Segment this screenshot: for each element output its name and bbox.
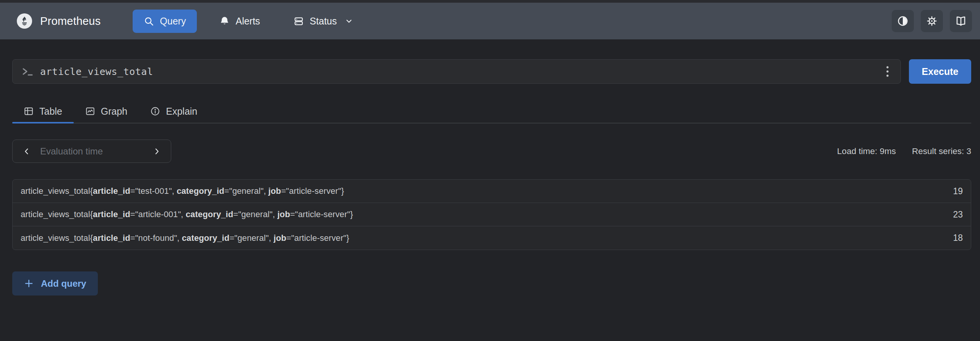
- expression-input[interactable]: article_views_total: [12, 59, 901, 84]
- load-time-text: Load time: 9ms: [837, 146, 896, 156]
- chevron-right-icon[interactable]: [151, 146, 162, 157]
- results-table: article_views_total{article_id="test-001…: [12, 179, 971, 250]
- chevron-down-icon: [345, 17, 353, 25]
- prometheus-logo-icon: [17, 13, 32, 29]
- query-page: article_views_total Execute Table: [0, 59, 980, 296]
- sample-value: 19: [938, 186, 963, 196]
- kebab-menu-icon[interactable]: [883, 63, 892, 80]
- gear-icon: [926, 15, 938, 27]
- evaluation-time-placeholder: Evaluation time: [40, 146, 103, 157]
- sample-value: 23: [938, 209, 963, 220]
- navbar-actions: [892, 10, 972, 32]
- nav-item-status[interactable]: Status: [282, 10, 364, 33]
- table-toolbar: Evaluation time Load time: 9ms Result se…: [12, 140, 971, 163]
- contrast-icon: [897, 15, 909, 27]
- app-title: Prometheus: [40, 15, 101, 28]
- result-tabs: Table Graph Explain: [12, 105, 971, 123]
- chevron-left-icon[interactable]: [21, 146, 32, 157]
- theme-toggle-button[interactable]: [892, 10, 914, 32]
- execute-button[interactable]: Execute: [909, 59, 971, 84]
- tab-graph[interactable]: Graph: [74, 105, 139, 123]
- graph-icon: [85, 106, 95, 116]
- bell-icon: [219, 16, 230, 26]
- nav-item-query[interactable]: Query: [133, 10, 197, 33]
- settings-button[interactable]: [921, 10, 943, 32]
- sample-value: 18: [938, 233, 963, 243]
- server-icon: [294, 16, 304, 26]
- series-selector: article_views_total{article_id="not-foun…: [21, 233, 349, 243]
- tab-table[interactable]: Table: [12, 105, 74, 123]
- search-icon: [144, 16, 154, 26]
- query-row: article_views_total Execute: [12, 59, 971, 84]
- result-row: article_views_total{article_id="not-foun…: [13, 226, 971, 250]
- result-row: article_views_total{article_id="test-001…: [13, 180, 971, 203]
- tab-explain[interactable]: Explain: [139, 105, 209, 123]
- tab-label: Graph: [101, 105, 127, 117]
- brand[interactable]: Prometheus: [17, 13, 101, 29]
- terminal-prompt-icon: [21, 66, 34, 77]
- result-row: article_views_total{article_id="article-…: [13, 203, 971, 226]
- tab-label: Explain: [166, 105, 197, 117]
- add-query-button[interactable]: Add query: [12, 271, 98, 296]
- nav-item-label: Alerts: [235, 16, 260, 27]
- nav-item-label: Query: [160, 16, 186, 27]
- top-border: [0, 0, 980, 3]
- result-series-text: Result series: 3: [912, 146, 971, 156]
- navbar: Prometheus Query Alerts: [0, 3, 980, 39]
- query-stats: Load time: 9ms Result series: 3: [837, 146, 971, 156]
- plus-icon: [24, 278, 34, 289]
- expression-text: article_views_total: [40, 66, 153, 77]
- table-icon: [24, 106, 34, 116]
- evaluation-time-picker[interactable]: Evaluation time: [12, 140, 171, 163]
- tab-label: Table: [39, 105, 62, 117]
- add-query-label: Add query: [41, 278, 86, 289]
- documentation-button[interactable]: [950, 10, 972, 32]
- nav-item-alerts[interactable]: Alerts: [208, 10, 271, 33]
- book-icon: [955, 15, 967, 27]
- series-selector: article_views_total{article_id="test-001…: [21, 186, 344, 196]
- nav-item-label: Status: [310, 16, 337, 27]
- main-nav: Query Alerts Status: [133, 10, 364, 33]
- info-icon: [150, 106, 160, 116]
- series-selector: article_views_total{article_id="article-…: [21, 209, 353, 219]
